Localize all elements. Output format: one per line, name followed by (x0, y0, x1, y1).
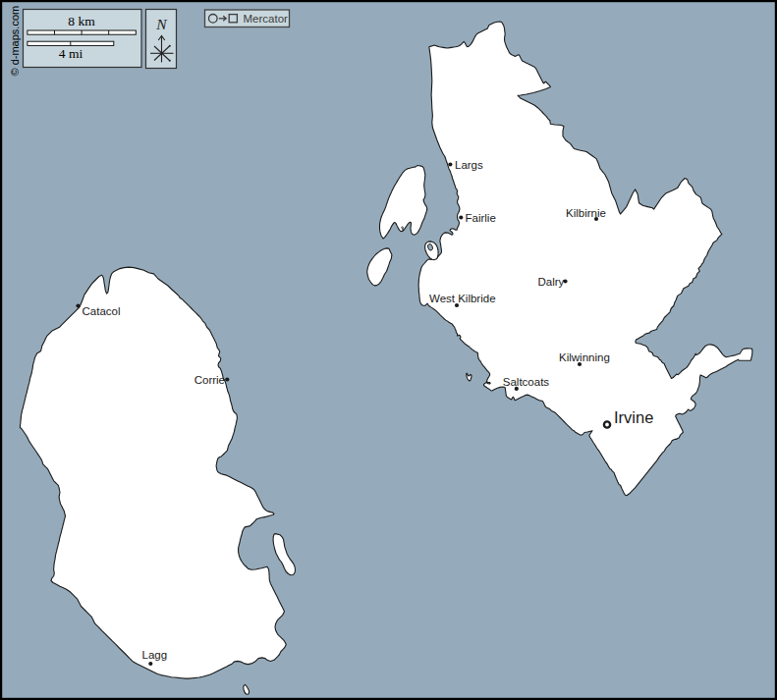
svg-text:Lagg: Lagg (142, 649, 168, 661)
svg-text:Saltcoats: Saltcoats (503, 376, 550, 388)
svg-text:Irvine: Irvine (614, 408, 653, 426)
svg-text:Catacol: Catacol (83, 305, 121, 317)
svg-text:Mercator: Mercator (244, 13, 289, 25)
svg-text:Fairlie: Fairlie (466, 212, 496, 224)
svg-text:N: N (155, 16, 168, 32)
svg-text:Largs: Largs (455, 159, 483, 171)
svg-text:8 km: 8 km (68, 14, 95, 28)
svg-text:© d-maps.com: © d-maps.com (9, 6, 21, 77)
svg-text:Corrie: Corrie (194, 374, 225, 386)
svg-text:West Kilbride: West Kilbride (429, 293, 496, 304)
svg-text:Kilwinning: Kilwinning (559, 351, 610, 363)
svg-text:Dalry: Dalry (538, 276, 565, 288)
svg-text:4 mi: 4 mi (59, 46, 83, 61)
svg-text:Kilbirnie: Kilbirnie (566, 207, 606, 219)
